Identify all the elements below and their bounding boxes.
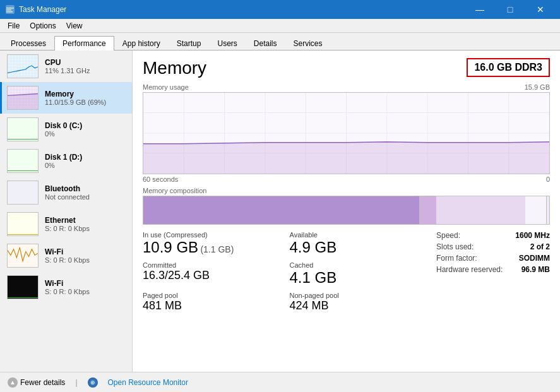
tab-apphistory[interactable]: App history — [114, 36, 169, 50]
footer: ▲ Fewer details | ⊕ Open Resource Monito… — [0, 372, 560, 392]
sidebar-item-wifi1[interactable]: Wi-Fi S: 0 R: 0 Kbps — [0, 240, 132, 271]
disk1-sublabel: 0% — [45, 162, 82, 169]
wifi2-label: Wi-Fi — [45, 279, 90, 288]
speed-label: Speed: — [436, 231, 460, 240]
stat-available: Available 4.9 GB — [290, 231, 427, 256]
menu-file[interactable]: File — [3, 20, 25, 32]
wifi2-info: Wi-Fi S: 0 R: 0 Kbps — [45, 279, 90, 295]
wifi2-sublabel: S: 0 R: 0 Kbps — [45, 288, 90, 295]
sidebar-item-disk0[interactable]: Disk 0 (C:) 0% — [0, 114, 132, 145]
chart-labels-bottom: 60 seconds 0 — [143, 175, 550, 183]
disk0-thumbnail — [7, 117, 39, 141]
time-left: 60 seconds — [143, 175, 178, 183]
memory-badge: 16.0 GB DDR3 — [467, 58, 550, 77]
cpu-sublabel: 11% 1.31 GHz — [45, 67, 90, 74]
svg-rect-10 — [8, 150, 38, 172]
stats-grid: In use (Compressed) 10.9 GB (1.1 GB) Ava… — [143, 231, 426, 312]
fewer-details-label: Fewer details — [20, 378, 65, 387]
wifi1-info: Wi-Fi S: 0 R: 0 Kbps — [45, 247, 90, 264]
tab-services[interactable]: Services — [285, 36, 331, 50]
chart-label-right: 15.9 GB — [525, 83, 550, 91]
cpu-thumbnail — [7, 54, 39, 78]
disk1-thumbnail — [7, 149, 39, 173]
form-row: Form factor: SODIMM — [436, 254, 550, 263]
cpu-label: CPU — [45, 58, 90, 67]
paged-label: Paged pool — [143, 292, 280, 299]
stat-paged: Paged pool 481 MB — [143, 292, 280, 312]
maximize-button[interactable]: □ — [496, 0, 525, 19]
footer-divider: | — [75, 378, 77, 387]
disk0-info: Disk 0 (C:) 0% — [45, 121, 82, 138]
stat-nonpaged: Non-paged pool 424 MB — [290, 292, 427, 312]
ethernet-label: Ethernet — [45, 216, 90, 225]
form-label: Form factor: — [436, 254, 477, 263]
hw-row: Hardware reserved: 96.9 MB — [436, 265, 550, 274]
bluetooth-thumbnail — [7, 181, 39, 205]
wifi2-thumbnail — [7, 275, 39, 299]
nonpaged-value: 424 MB — [290, 299, 427, 312]
disk0-label: Disk 0 (C:) — [45, 121, 82, 130]
stat-in-use: In use (Compressed) 10.9 GB (1.1 GB) — [143, 231, 280, 256]
close-button[interactable]: ✕ — [526, 0, 555, 19]
slots-value: 2 of 2 — [530, 242, 550, 251]
sidebar-item-bluetooth[interactable]: Bluetooth Not connected — [0, 177, 132, 208]
bluetooth-info: Bluetooth Not connected — [45, 184, 90, 201]
svg-rect-1 — [6, 8, 14, 9]
svg-rect-13 — [8, 244, 38, 267]
committed-value: 16.3/25.4 GB — [143, 269, 280, 282]
cached-value: 4.1 GB — [290, 269, 427, 287]
resource-monitor-icon: ⊕ — [88, 377, 98, 388]
comp-modified — [420, 196, 436, 224]
svg-rect-3 — [6, 11, 13, 13]
sidebar-item-wifi2[interactable]: Wi-Fi S: 0 R: 0 Kbps — [0, 271, 132, 303]
stats-section: In use (Compressed) 10.9 GB (1.1 GB) Ava… — [143, 231, 550, 312]
tab-performance[interactable]: Performance — [54, 36, 114, 50]
app-icon — [5, 4, 15, 15]
cached-label: Cached — [290, 261, 427, 269]
svg-rect-12 — [8, 213, 38, 235]
main-content: CPU 11% 1.31 GHz — [0, 50, 560, 372]
window-controls: — □ ✕ — [465, 0, 555, 19]
comp-divider2 — [546, 196, 547, 224]
svg-rect-2 — [6, 9, 11, 11]
available-value: 4.9 GB — [290, 239, 427, 256]
disk1-info: Disk 1 (D:) 0% — [45, 153, 82, 169]
sidebar-item-cpu[interactable]: CPU 11% 1.31 GHz — [0, 50, 132, 82]
tab-users[interactable]: Users — [209, 36, 245, 50]
svg-rect-5 — [8, 55, 38, 78]
svg-marker-8 — [8, 94, 38, 110]
panel-header: Memory 16.0 GB DDR3 — [143, 58, 550, 78]
comp-standby — [436, 196, 525, 224]
sidebar-item-memory[interactable]: Memory 11.0/15.9 GB (69%) — [0, 82, 132, 114]
paged-value: 481 MB — [143, 299, 280, 312]
nonpaged-label: Non-paged pool — [290, 292, 427, 299]
left-stats: In use (Compressed) 10.9 GB (1.1 GB) Ava… — [143, 231, 426, 312]
ethernet-info: Ethernet S: 0 R: 0 Kbps — [45, 216, 90, 232]
stat-committed: Committed 16.3/25.4 GB — [143, 261, 280, 287]
menu-view[interactable]: View — [61, 20, 88, 32]
disk1-label: Disk 1 (D:) — [45, 153, 82, 162]
right-stats: Speed: 1600 MHz Slots used: 2 of 2 Form … — [436, 231, 550, 312]
time-right: 0 — [546, 175, 550, 183]
memory-sublabel: 11.0/15.9 GB (69%) — [45, 98, 106, 106]
in-use-value-row: 10.9 GB (1.1 GB) — [143, 239, 280, 256]
speed-value: 1600 MHz — [515, 231, 550, 240]
disk0-sublabel: 0% — [45, 130, 82, 138]
svg-rect-11 — [8, 181, 38, 204]
menu-options[interactable]: Options — [25, 20, 61, 32]
tab-details[interactable]: Details — [246, 36, 285, 50]
committed-label: Committed — [143, 261, 280, 269]
bluetooth-sublabel: Not connected — [45, 193, 90, 201]
open-resource-monitor-link[interactable]: Open Resource Monitor — [108, 378, 188, 387]
tab-processes[interactable]: Processes — [3, 36, 54, 50]
tab-startup[interactable]: Startup — [169, 36, 210, 50]
minimize-button[interactable]: — — [465, 0, 494, 19]
fewer-details-button[interactable]: ▲ Fewer details — [8, 377, 65, 388]
in-use-extra: (1.1 GB) — [200, 244, 234, 254]
sidebar-item-ethernet[interactable]: Ethernet S: 0 R: 0 Kbps — [0, 208, 132, 240]
usage-chart — [143, 92, 550, 174]
sidebar-item-disk1[interactable]: Disk 1 (D:) 0% — [0, 145, 132, 177]
memory-info: Memory 11.0/15.9 GB (69%) — [45, 90, 106, 106]
bluetooth-label: Bluetooth — [45, 184, 90, 193]
hw-label: Hardware reserved: — [436, 265, 503, 274]
